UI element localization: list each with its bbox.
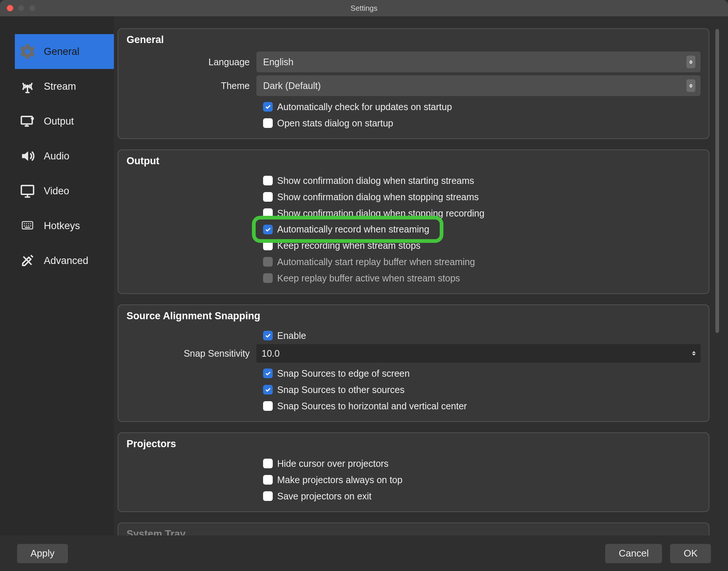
snap-other-label: Snap Sources to other sources [277,384,404,395]
group-snapping: Source Alignment Snapping Enable Snap Se… [118,304,709,422]
monitor-icon [18,181,37,201]
scrollbar[interactable] [715,29,719,333]
sidebar-item-label: Stream [44,81,76,92]
group-title: General [127,34,701,46]
settings-sidebar: General Stream Output Audio [0,16,114,535]
sidebar-item-label: Advanced [44,255,88,267]
monitor-out-icon [18,112,37,131]
theme-select[interactable]: Dark (Default) [256,75,701,96]
snap-center-checkbox[interactable] [263,401,273,411]
tools-icon [18,251,37,270]
apply-button[interactable]: Apply [17,544,68,563]
confirm-start-checkbox[interactable] [263,176,273,185]
open-stats-label: Open stats dialog on startup [277,118,393,129]
sidebar-item-general[interactable]: General [15,34,114,69]
hide-cursor-label: Hide cursor over projectors [277,458,388,469]
hide-cursor-checkbox[interactable] [263,459,273,468]
sidebar-item-video[interactable]: Video [15,174,114,208]
keep-replay-checkbox[interactable] [263,273,273,283]
auto-update-label: Automatically check for updates on start… [277,102,452,112]
confirm-start-label: Show confirmation dialog when starting s… [277,175,474,186]
confirm-stop-checkbox[interactable] [263,192,273,202]
sidebar-item-audio[interactable]: Audio [15,139,114,174]
save-exit-label: Save projectors on exit [277,491,371,502]
snap-edge-checkbox[interactable] [263,369,273,378]
svg-rect-2 [22,185,34,194]
updown-icon [686,79,695,92]
auto-record-label: Automatically record when streaming [277,224,429,235]
speaker-icon [18,146,37,166]
language-label: Language [127,57,256,67]
sidebar-item-label: Video [44,185,69,197]
sidebar-item-stream[interactable]: Stream [15,69,114,104]
language-value: English [263,57,294,67]
group-title: Projectors [127,438,701,450]
sidebar-item-output[interactable]: Output [15,104,114,139]
sidebar-item-label: Audio [44,151,69,162]
snap-sensitivity-label: Snap Sensitivity [127,348,256,359]
sidebar-item-label: Hotkeys [44,220,80,232]
snap-enable-label: Enable [277,330,306,341]
keep-replay-label: Keep replay buffer active when stream st… [277,273,460,284]
gear-icon [18,42,37,61]
snap-sensitivity-input[interactable]: 10.0 [256,344,701,363]
auto-replay-label: Automatically start replay buffer when s… [277,257,475,267]
confirm-stop-label: Show confirmation dialog when stopping s… [277,192,479,202]
sidebar-item-label: Output [44,116,74,127]
sidebar-item-label: General [44,46,79,57]
group-title: Source Alignment Snapping [127,310,701,322]
snap-center-label: Snap Sources to horizontal and vertical … [277,401,467,412]
titlebar: Settings [0,0,728,16]
snap-edge-label: Snap Sources to edge of screen [277,368,410,379]
theme-label: Theme [127,80,256,91]
settings-content: General Language English Theme [114,16,728,535]
group-title: Output [127,155,701,167]
cancel-button[interactable]: Cancel [605,544,662,563]
snap-enable-checkbox[interactable] [263,331,273,340]
auto-update-checkbox[interactable] [263,102,273,112]
on-top-label: Make projectors always on top [277,475,403,485]
snap-sensitivity-value: 10.0 [262,348,280,359]
auto-record-checkbox[interactable] [263,225,273,234]
on-top-checkbox[interactable] [263,475,273,485]
sidebar-item-hotkeys[interactable]: Hotkeys [15,208,114,243]
sidebar-item-advanced[interactable]: Advanced [15,243,114,278]
antenna-icon [18,77,37,96]
updown-icon [686,56,695,68]
language-select[interactable]: English [256,52,701,72]
svg-rect-1 [22,116,32,124]
auto-replay-checkbox[interactable] [263,257,273,267]
theme-value: Dark (Default) [263,80,321,91]
highlighted-option: Automatically record when streaming [252,216,443,243]
keyboard-icon [18,216,37,235]
group-system-tray: System Tray [118,522,709,535]
stepper-icon [689,351,698,356]
group-projectors: Projectors Hide cursor over projectors M… [118,432,709,512]
save-exit-checkbox[interactable] [263,491,273,501]
snap-other-checkbox[interactable] [263,385,273,395]
button-bar: Apply Cancel OK [0,535,728,571]
group-output: Output Show confirmation dialog when sta… [118,149,709,294]
group-general: General Language English Theme [118,28,709,139]
open-stats-checkbox[interactable] [263,118,273,128]
group-title: System Tray [127,528,701,535]
window-title: Settings [0,4,728,13]
ok-button[interactable]: OK [670,544,711,563]
svg-rect-3 [22,222,33,229]
